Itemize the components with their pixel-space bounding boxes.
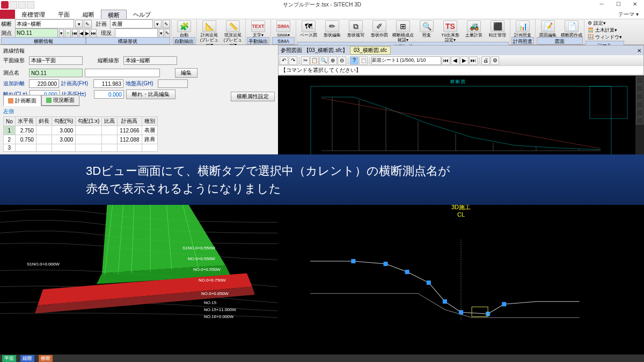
app-icon[interactable] — [1, 1, 9, 9]
tb-icon[interactable]: 📋 — [310, 56, 319, 65]
menu-cross[interactable]: 横断 — [101, 10, 127, 19]
tb-icon[interactable]: ⚙ — [491, 56, 499, 65]
svg-text:NO.0+0.850W: NO.0+0.850W — [201, 291, 229, 296]
tb-icon[interactable]: ⊖ — [338, 56, 346, 65]
cur-select[interactable] — [115, 28, 158, 38]
close-button[interactable]: ✕ — [627, 1, 643, 9]
sima-button[interactable]: SIMASIMA▾ — [272, 20, 295, 38]
setting-button[interactable]: ⚙ 設定▾ — [588, 20, 622, 27]
draw-create-button[interactable]: 📄横断図作成 — [560, 20, 583, 38]
sheet-select[interactable] — [371, 56, 441, 65]
table-row[interactable]: 20.750 3.000 112.088路肩 — [4, 135, 158, 144]
shape-copy-button[interactable]: ⧉形状複写 — [345, 20, 367, 38]
section-table[interactable]: No水平長斜長 勾配(%)勾配(1:x)比高 計画高種別 12.750 3.00… — [3, 116, 158, 152]
auto-extract-button[interactable]: 🧩自動 — [173, 20, 195, 38]
table-row[interactable]: 3 — [4, 144, 158, 152]
pt-dropdown-icon[interactable]: ▾ — [59, 29, 64, 38]
svg-text:NO.0+0.550W: NO.0+0.550W — [193, 267, 221, 272]
tb-icon[interactable]: 🔍 — [319, 56, 328, 65]
ref-viewport[interactable]: 横 断 図 — [278, 76, 644, 167]
plan-dropdown-icon[interactable]: ▾ — [154, 20, 162, 28]
status-plane[interactable]: 平面 — [2, 355, 16, 362]
cur-trace-button[interactable]: 📏現況追尾 (プレビュー)▾ — [222, 20, 244, 47]
status-cross[interactable]: 横断 — [39, 355, 53, 362]
plan-h-field[interactable] — [93, 79, 123, 88]
plan-line-label: 平面線形 — [3, 57, 27, 64]
cur-edit-icon[interactable]: ✎ — [165, 29, 170, 38]
pt-add-icon[interactable]: ＋ — [65, 29, 71, 38]
status-profile[interactable]: 縦断 — [20, 355, 34, 362]
group-plan: 計画照査 — [511, 37, 534, 45]
tb-icon[interactable]: ↷ — [289, 56, 297, 65]
edit-button[interactable]: 編集 — [175, 68, 197, 78]
side-tool-icon[interactable] — [636, 101, 643, 108]
shape-draw-button[interactable]: ✐形状作図 — [368, 20, 391, 38]
pt-select[interactable] — [15, 28, 58, 38]
tb-icon[interactable]: ▶ — [460, 56, 469, 65]
plan-edit-icon[interactable]: ✎ — [163, 20, 170, 28]
pt-next-icon[interactable]: ▶ — [85, 29, 90, 38]
comp-button[interactable]: ⬛転圧管理 — [486, 20, 509, 38]
tb-icon[interactable]: 🖨 — [481, 56, 490, 65]
earth-button[interactable]: 🚜土量計算 — [463, 20, 485, 38]
tb-icon[interactable]: ⊕ — [328, 56, 337, 65]
cross-check-button[interactable]: ⊞横断構成点 確認▾ — [392, 20, 414, 42]
ref-close-icon[interactable]: ✕ — [637, 48, 641, 54]
menu-help[interactable]: ヘルプ — [127, 10, 157, 19]
tb-icon[interactable]: ✂ — [301, 56, 310, 65]
plan-calc-button[interactable]: 📊計画照査 — [511, 20, 534, 38]
tb-icon[interactable]: ? — [350, 56, 358, 65]
cross-edit-icon[interactable]: ✎ — [84, 20, 91, 28]
plan-select[interactable] — [110, 19, 153, 28]
theme-button[interactable]: テーマ ▾ — [613, 10, 644, 19]
plan-trace-button[interactable]: 📐計画追尾 (プレビュー)▾ — [198, 20, 221, 47]
tab-current-section[interactable]: 現況断面 — [41, 95, 79, 106]
qat-save-icon[interactable] — [10, 1, 17, 9]
maximize-button[interactable]: ☐ — [610, 1, 626, 9]
ratio-fh-field[interactable] — [94, 90, 124, 99]
side-tool-icon[interactable] — [636, 109, 643, 116]
shape-edit-button[interactable]: ✏形状編集 — [321, 20, 343, 38]
add-dist-field[interactable] — [29, 79, 59, 88]
qat-redo-icon[interactable] — [27, 1, 34, 9]
cross-attr-button[interactable]: 横断属性設定 — [231, 92, 275, 101]
xsec-viewport[interactable]: NO.11 FH=111.983 表層 3D施工 CL — [278, 179, 644, 354]
plan-h-label: 計画高(FH) — [61, 80, 91, 87]
draw-edit-button[interactable]: 📝図面編集 — [537, 20, 559, 38]
ref-tab[interactable]: 03_横断図.sfc — [350, 46, 391, 55]
tb-icon[interactable]: ⬚ — [359, 56, 368, 65]
side-tool-icon[interactable] — [636, 85, 643, 92]
tab-plan-section[interactable]: 計画断面 — [3, 95, 41, 106]
text-button[interactable]: TEXT文字▾ — [247, 20, 269, 38]
window-button[interactable]: 🪟 ウィンドウ▾ — [588, 34, 622, 41]
side-tool-icon[interactable] — [636, 77, 643, 84]
pt-last-icon[interactable]: ⏭ — [91, 29, 97, 38]
side-tool-icon[interactable] — [636, 93, 643, 100]
cur-dropdown-icon[interactable]: ▾ — [159, 29, 164, 38]
side-tool-icon[interactable] — [636, 117, 643, 124]
svg-rect-34 — [427, 280, 431, 285]
table-row[interactable]: 12.750 3.000 112.066表層 — [4, 126, 158, 135]
menu-coord[interactable]: 座標管理 — [15, 10, 52, 19]
tb-icon[interactable]: ↶ — [280, 56, 288, 65]
file-menu-icon[interactable] — [0, 10, 15, 19]
cross-dropdown-icon[interactable]: ▾ — [75, 20, 83, 28]
menu-plane[interactable]: 平面 — [52, 10, 76, 19]
tb-icon[interactable]: ◀ — [451, 56, 459, 65]
verify-button[interactable]: 🔍照査 — [415, 20, 438, 38]
tb-icon[interactable]: ⏮ — [442, 56, 450, 65]
qat-undo-icon[interactable] — [18, 1, 26, 9]
pt-prev-icon[interactable]: ◀ — [79, 29, 84, 38]
civil-button[interactable]: 🧮 土木計算▾ — [588, 27, 622, 34]
tb-icon[interactable]: ⏭ — [469, 56, 478, 65]
minimize-button[interactable]: ─ — [594, 1, 610, 9]
pt-first-icon[interactable]: ⏮ — [72, 29, 78, 38]
menu-profile[interactable]: 縦断 — [76, 10, 101, 19]
base-button[interactable]: 🗺ベース図 — [297, 20, 320, 38]
off-ratio-edit-button[interactable]: 離れ・比高編集 — [126, 90, 175, 99]
svg-rect-31 — [351, 259, 355, 263]
pt-name-field[interactable] — [29, 69, 83, 77]
ts-button[interactable]: TSTS出来形 設定▾ — [439, 20, 462, 42]
pt-name-extra[interactable] — [85, 69, 160, 77]
cross-select[interactable] — [15, 19, 74, 28]
